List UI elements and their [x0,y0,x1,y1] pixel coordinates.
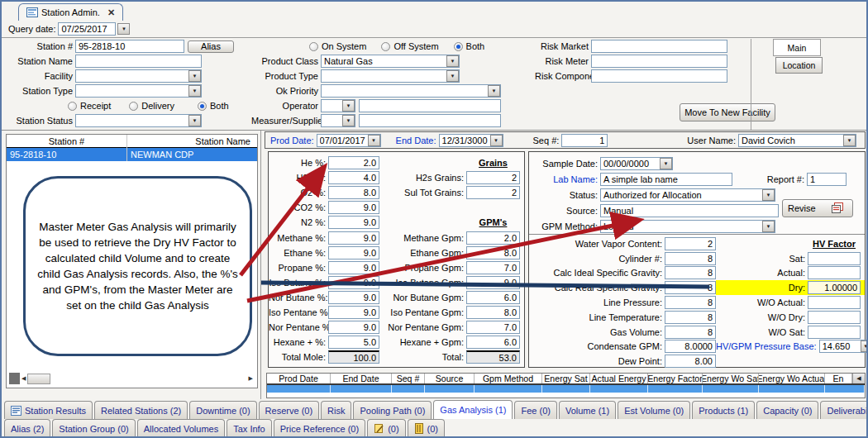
h2s-grains-input[interactable]: 2 [466,171,520,184]
tab-products[interactable]: Products (1) [692,401,755,419]
chevron-down-icon[interactable]: ▼ [660,158,672,169]
tab-volume[interactable]: Volume (1) [559,401,616,419]
source-input[interactable]: Manual [600,204,779,217]
tab-fee[interactable]: Fee (0) [514,401,556,419]
water-vapor-input[interactable]: 2 [665,237,716,250]
tab-main[interactable]: Main [773,39,821,56]
ethane-gpm-input[interactable]: 8.0 [466,246,520,259]
window-tab-station-admin[interactable]: Station Admin. ✕ [18,3,123,21]
he-pct-input[interactable]: 2.0 [328,156,379,169]
revise-button[interactable]: Revise [782,199,853,217]
risk-meter-input[interactable] [591,55,727,68]
operator-code-select[interactable]: ▼ [321,99,355,112]
hv-wo-actual-input[interactable] [808,296,861,309]
propane-pct-input[interactable]: 9.0 [328,261,379,274]
system-both-radio[interactable] [454,42,463,51]
chevron-down-icon[interactable]: ▼ [342,100,355,112]
hexane-pct-input[interactable]: 5.0 [328,336,379,349]
chevron-down-icon[interactable]: ▼ [446,55,459,67]
iso-butane-gpm-input[interactable]: 9.0 [466,276,520,289]
nor-butane-pct-input[interactable]: 9.0 [328,291,379,304]
iso-butane-pct-input[interactable]: 9.0 [328,276,379,289]
methane-pct-input[interactable]: 9.0 [328,231,379,245]
sample-date-input[interactable]: 00/00/0000▼ [600,157,673,170]
chevron-down-icon[interactable]: ▼ [188,85,201,97]
chevron-down-icon[interactable]: ▼ [446,70,459,82]
cylinder-input[interactable]: 8 [665,252,716,265]
tab-price-reference[interactable]: Price Reference (0) [274,419,365,437]
chevron-down-icon[interactable]: ▼ [188,115,201,126]
station-type-select[interactable]: ▼ [75,84,202,98]
nor-pentane-gpm-input[interactable]: 7.0 [466,321,520,334]
grid-scroll-button[interactable]: ◀ [852,374,865,383]
tab-alias[interactable]: Alias (2) [4,419,50,437]
delivery-radio[interactable] [129,102,138,111]
chevron-down-icon[interactable]: ▼ [342,115,355,126]
hv-dry-input[interactable]: 1.00000 [808,281,861,294]
tab-risk[interactable]: Risk [321,401,351,419]
co2-pct-input[interactable]: 9.0 [328,201,379,214]
h2s-pct-input[interactable]: 4.0 [328,171,379,184]
tab-allocated-volumes[interactable]: Allocated Volumes [137,419,226,437]
tab-station-group[interactable]: Station Group (0) [52,419,135,437]
gpm-method-select[interactable]: Loaded▼ [600,220,775,233]
scroll-right-icon[interactable]: ▶ [247,375,255,382]
chevron-down-icon[interactable]: ▼ [368,135,380,146]
on-system-radio[interactable] [309,42,318,51]
o2-pct-input[interactable]: 8.0 [328,186,379,199]
tab-notes[interactable]: (0) [367,419,405,437]
line-temp-input[interactable]: 8 [665,311,716,324]
chevron-down-icon[interactable]: ▼ [488,85,500,97]
scrollbar-thumb[interactable] [27,374,50,384]
sul-tot-grains-input[interactable]: 2 [466,186,520,199]
condensate-gpm-input[interactable]: 8.0000 [665,340,716,353]
tab-capacity[interactable]: Capacity (0) [756,401,818,419]
receipt-radio[interactable] [68,102,77,111]
alias-button[interactable]: Alias [188,40,234,53]
tab-est-volume[interactable]: Est Volume (0) [618,401,690,419]
ok-priority-select[interactable]: ▼ [321,84,501,98]
propane-gpm-input[interactable]: 7.0 [466,261,520,274]
product-class-select[interactable]: Natural Gas▼ [321,55,460,68]
scroll-left-icon[interactable]: ◀ [20,375,27,382]
tab-exit[interactable]: (0) [408,419,445,437]
hv-wo-dry-input[interactable] [808,311,861,324]
real-sg-input[interactable]: 8 [665,281,716,294]
chevron-down-icon[interactable]: ▼ [843,135,856,146]
query-date-input[interactable]: 07/25/2017 [58,22,116,36]
horizontal-scrollbar[interactable]: ◀ ▶ [9,372,255,385]
prod-date-input[interactable]: 07/01/2017▼ [317,134,381,147]
off-system-radio[interactable] [381,42,390,51]
ethane-pct-input[interactable]: 9.0 [328,246,379,259]
risk-market-input[interactable] [591,40,727,53]
methane-gpm-input[interactable]: 2.0 [466,231,520,245]
chevron-down-icon[interactable]: ▼ [762,189,775,201]
line-pressure-input[interactable]: 8 [665,296,716,309]
lab-name-input[interactable]: A simple lab name [600,173,732,186]
nor-pentane-pct-input[interactable]: 9.0 [328,321,379,334]
user-name-select[interactable]: David Covich▼ [738,134,856,147]
hv-wo-sat-input[interactable] [808,326,861,339]
chevron-down-icon[interactable]: ▼ [762,221,775,232]
tab-reserve[interactable]: Reserve (0) [259,401,319,419]
station-list-row[interactable]: 95-2818-10 NEWMAN CDP [7,148,257,161]
chevron-down-icon[interactable]: ▼ [490,135,503,146]
status-select[interactable]: Authorized for Allocation▼ [600,188,775,202]
product-type-select[interactable]: ▼ [321,69,460,83]
measurer-name-input[interactable] [359,114,501,127]
splitter-handle[interactable] [9,373,20,384]
seq-input[interactable]: 1 [561,134,608,147]
hv-sat-input[interactable] [808,252,861,265]
tab-deliverability[interactable]: Deliverability (0) [820,401,868,419]
hv-actual-input[interactable] [808,266,861,279]
iso-pentane-pct-input[interactable]: 9.0 [328,306,379,319]
tab-gas-analysis[interactable]: Gas Analysis (1) [433,400,513,419]
station-number-input[interactable]: 95-2818-10 [75,40,184,53]
chevron-down-icon[interactable]: ▼ [861,340,868,352]
tab-tax-info[interactable]: Tax Info [227,419,272,437]
end-date-input[interactable]: 12/31/3000▼ [439,134,503,147]
chevron-down-icon[interactable]: ▼ [188,70,201,82]
nor-butane-gpm-input[interactable]: 6.0 [466,291,520,304]
tab-downtime[interactable]: Downtime (0) [189,401,256,419]
move-to-new-facility-button[interactable]: Move To New Facility [680,103,775,121]
